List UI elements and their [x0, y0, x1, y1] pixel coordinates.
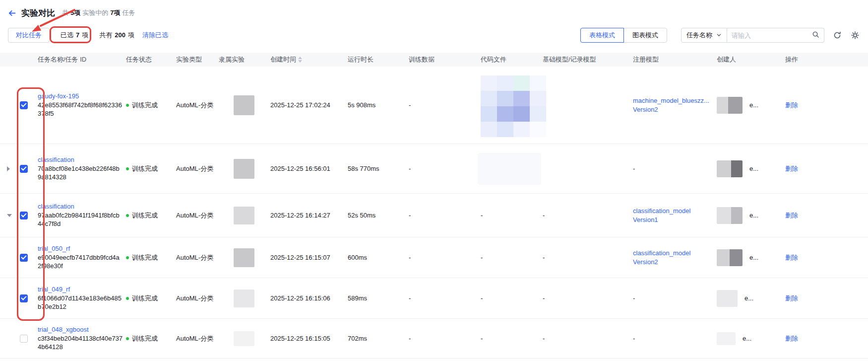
created-time: 2025-12-25 16:15:06 — [270, 294, 348, 302]
col-duration: 运行时长 — [348, 55, 409, 64]
experiment-type: AutoML-分类 — [176, 164, 219, 173]
created-time: 2025-12-25 16:15:05 — [270, 335, 348, 342]
training-data: - — [409, 335, 481, 342]
status-dot — [126, 297, 129, 300]
compare-tasks-button[interactable]: 对比任务 — [8, 28, 50, 43]
status-text: 训练完成 — [132, 211, 158, 220]
task-name-link[interactable]: gaudy-fox-195 — [38, 92, 79, 100]
registered-model-version-link[interactable]: Version2 — [633, 258, 658, 266]
registered-model-version-link[interactable]: Version2 — [633, 106, 658, 113]
row-checkbox[interactable] — [20, 254, 28, 262]
collapse-row-icon[interactable] — [7, 214, 12, 217]
table-row: classification 70a8bcf08e1c438eb226f48b9… — [0, 144, 868, 194]
task-name-link[interactable]: trial_048_xgboost — [38, 326, 89, 333]
tasks-table: 任务名称/任务 ID 任务状态 实验类型 隶属实验 创建时间 运行时长 训练数据… — [0, 53, 868, 359]
col-type: 实验类型 — [176, 55, 219, 64]
view-mode-switch: 表格模式 图表模式 — [580, 28, 667, 43]
experiment-type: AutoML-分类 — [176, 211, 219, 220]
clear-selection-link[interactable]: 清除已选 — [142, 31, 168, 40]
training-data: - — [409, 294, 481, 302]
table-row: trial_050_rf e90049eecfb7417dbb9fcd4a2f9… — [0, 237, 868, 278]
delete-link[interactable]: 删除 — [785, 101, 798, 109]
creator-text: e... — [743, 335, 751, 342]
redacted-creator — [717, 249, 743, 266]
experiment-compare-page: 实验对比 共 5项 实验中的 7项 任务 对比任务 已选 7 项 共有 200 … — [0, 0, 868, 363]
row-checkbox[interactable] — [20, 294, 28, 302]
run-duration: 58s 770ms — [348, 165, 409, 172]
task-name-link[interactable]: trial_050_rf — [38, 245, 70, 252]
chart-mode-button[interactable]: 图表模式 — [623, 28, 667, 43]
row-checkbox[interactable] — [20, 165, 28, 173]
status-text: 训练完成 — [132, 334, 158, 343]
training-data: - — [409, 212, 481, 219]
search-icon[interactable] — [812, 31, 819, 40]
task-name-link[interactable]: classification — [38, 203, 74, 210]
refresh-icon[interactable] — [832, 30, 842, 40]
task-name-link[interactable]: trial_049_rf — [38, 286, 70, 293]
task-id: e90049eecfb7417dbb9fcd4a2f98e30f — [38, 253, 123, 270]
col-created: 创建时间 — [270, 55, 348, 64]
search-input[interactable] — [732, 32, 809, 39]
status-text: 训练完成 — [132, 101, 158, 110]
filter-field-select[interactable]: 任务名称 — [681, 28, 727, 43]
status-dot — [126, 214, 129, 217]
creator-text: e... — [744, 294, 753, 302]
creator-text: e... — [749, 212, 758, 219]
col-training-data: 训练数据 — [409, 55, 481, 64]
selected-count: 已选 7 项 — [61, 31, 88, 40]
status-text: 训练完成 — [132, 294, 158, 303]
created-time: 2025-12-25 17:02:24 — [270, 101, 348, 109]
total-count: 共有 200 项 — [99, 31, 134, 40]
gear-icon[interactable] — [850, 30, 860, 40]
redacted-creator — [717, 207, 743, 224]
run-duration: 600ms — [348, 254, 409, 261]
experiment-type: AutoML-分类 — [176, 101, 219, 110]
redacted-creator — [717, 97, 743, 114]
col-status: 任务状态 — [126, 55, 176, 64]
table-row: gaudy-fox-195 42e8553f68f742bf8f68f62336… — [0, 67, 868, 144]
delete-link[interactable]: 删除 — [785, 212, 798, 219]
status-dot — [126, 256, 129, 259]
row-checkbox[interactable] — [20, 212, 28, 219]
table-row: classification 97aab0fc2b9841f1941f8bfcb… — [0, 194, 868, 237]
redacted-experiment — [234, 95, 254, 115]
table-mode-button[interactable]: 表格模式 — [580, 28, 624, 43]
registered-model-link[interactable]: machine_model_blueszz... — [633, 97, 709, 104]
code-file: - — [481, 212, 543, 219]
registered-model-link[interactable]: classification_model — [633, 207, 690, 215]
status-dot — [126, 104, 129, 107]
task-id: c3f34beb204b41138cf40e7374b64128 — [38, 334, 123, 351]
registered-model-version-link[interactable]: Version1 — [633, 216, 658, 223]
row-checkbox[interactable] — [20, 101, 28, 109]
delete-link[interactable]: 删除 — [785, 335, 798, 342]
sort-icon[interactable] — [298, 57, 302, 63]
creator-text: e... — [749, 165, 758, 172]
registered-model: - — [633, 294, 635, 302]
col-registered-model: 注册模型 — [633, 55, 717, 64]
redacted-code-file-patch — [478, 153, 541, 185]
base-model: - — [543, 294, 633, 302]
col-creator: 创建人 — [717, 55, 785, 64]
base-model: - — [543, 254, 633, 261]
redacted-experiment — [234, 331, 254, 346]
base-model: - — [543, 212, 633, 219]
task-id: 97aab0fc2b9841f1941f8bfcb44c7f8d — [38, 211, 123, 228]
delete-link[interactable]: 删除 — [785, 165, 798, 172]
task-name-link[interactable]: classification — [38, 156, 74, 163]
registered-model-link[interactable]: classification_model — [633, 249, 690, 257]
row-checkbox[interactable] — [20, 335, 28, 343]
run-duration: 52s 50ms — [348, 212, 409, 219]
back-arrow-icon[interactable] — [8, 9, 16, 17]
expand-row-icon[interactable] — [7, 166, 10, 171]
delete-link[interactable]: 删除 — [785, 294, 798, 302]
delete-link[interactable]: 删除 — [785, 254, 798, 261]
task-id: 70a8bcf08e1c438eb226f48b9a814328 — [38, 164, 123, 181]
task-id: 6f1066d07d1143e183e6b485b70e2b12 — [38, 294, 123, 311]
table-header: 任务名称/任务 ID 任务状态 实验类型 隶属实验 创建时间 运行时长 训练数据… — [0, 53, 868, 67]
redacted-experiment — [234, 159, 254, 179]
created-time: 2025-12-25 16:14:27 — [270, 212, 348, 219]
col-code-file: 代码文件 — [481, 55, 543, 64]
status-text: 训练完成 — [132, 253, 158, 262]
run-duration: 702ms — [348, 335, 409, 342]
experiment-type: AutoML-分类 — [176, 253, 219, 262]
